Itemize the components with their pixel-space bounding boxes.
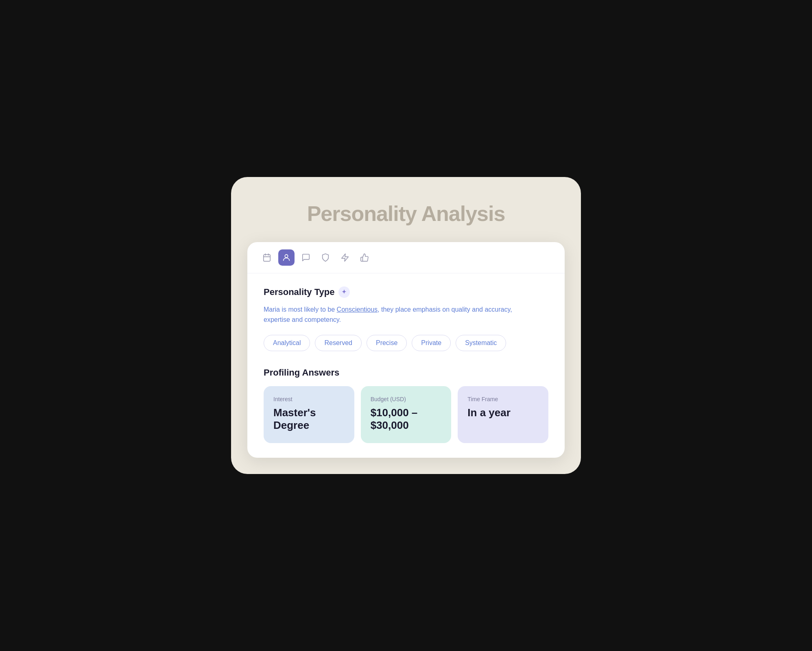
thumbsup-icon[interactable]: [356, 249, 373, 266]
profiling-card-interest: Interest Master's Degree: [264, 386, 354, 443]
timeframe-value: In a year: [467, 406, 539, 419]
page-title: Personality Analysis: [307, 201, 505, 226]
tag-reserved[interactable]: Reserved: [315, 335, 361, 351]
timeframe-label: Time Frame: [467, 396, 539, 402]
svg-rect-0: [264, 254, 271, 261]
main-content: Personality Type Maria is most likely to…: [247, 273, 565, 443]
tag-analytical[interactable]: Analytical: [264, 335, 310, 351]
personality-type-section-title: Personality Type: [264, 286, 548, 298]
profiling-answers-title: Profiling Answers: [264, 367, 548, 378]
svg-point-4: [285, 254, 288, 257]
profiling-card-timeframe: Time Frame In a year: [458, 386, 548, 443]
chat-icon[interactable]: [298, 249, 314, 266]
inner-card: Personality Type Maria is most likely to…: [247, 242, 565, 458]
personality-type-link[interactable]: Conscientious: [337, 306, 378, 313]
shield-icon[interactable]: [317, 249, 334, 266]
tag-systematic[interactable]: Systematic: [456, 335, 506, 351]
calendar-icon[interactable]: [259, 249, 275, 266]
toolbar: [247, 242, 565, 273]
interest-label: Interest: [273, 396, 345, 402]
svg-marker-5: [342, 254, 349, 261]
profiling-card-budget: Budget (USD) $10,000 – $30,000: [361, 386, 452, 443]
tag-precise[interactable]: Precise: [367, 335, 407, 351]
sparkle-icon: [338, 286, 350, 298]
personality-tags: Analytical Reserved Precise Private Syst…: [264, 335, 548, 351]
interest-value: Master's Degree: [273, 406, 345, 432]
bolt-icon[interactable]: [337, 249, 353, 266]
person-icon[interactable]: [278, 249, 295, 266]
personality-description: Maria is most likely to be Conscientious…: [264, 304, 540, 325]
personality-type-label: Personality Type: [264, 287, 334, 297]
budget-value: $10,000 – $30,000: [371, 406, 442, 432]
budget-label: Budget (USD): [371, 396, 442, 402]
profiling-cards: Interest Master's Degree Budget (USD) $1…: [264, 386, 548, 443]
tag-private[interactable]: Private: [412, 335, 451, 351]
outer-card: Personality Analysis: [231, 177, 581, 474]
